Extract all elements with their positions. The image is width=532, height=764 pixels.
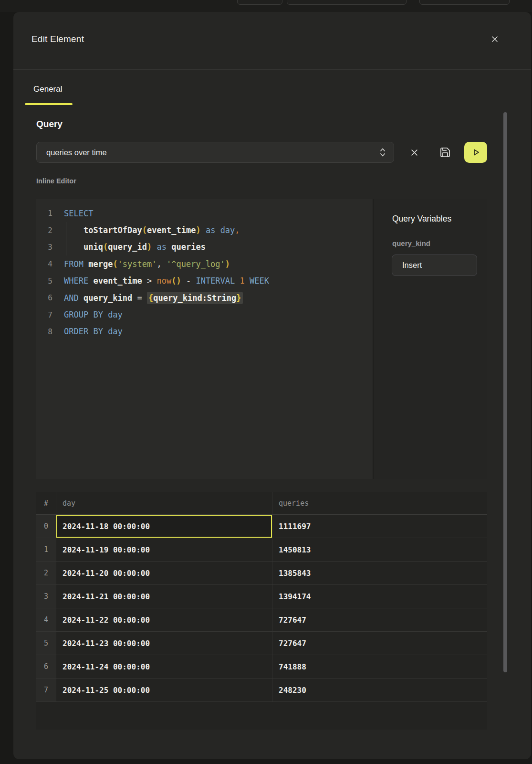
clear-query-button[interactable] — [407, 147, 421, 158]
row-index: 2 — [36, 562, 56, 584]
day-cell[interactable]: 2024-11-21 00:00:00 — [56, 585, 272, 608]
table-row: 62024-11-24 00:00:00741888 — [36, 655, 487, 679]
column-header-queries[interactable]: queries — [272, 492, 487, 514]
indent-guide — [66, 222, 66, 255]
table-row: 52024-11-23 00:00:00727647 — [36, 632, 487, 655]
day-cell[interactable]: 2024-11-23 00:00:00 — [56, 632, 272, 655]
code-text: uniq(query_id) as queries — [57, 242, 206, 252]
chevron-up-down-icon — [379, 147, 386, 158]
code-line: 8ORDER BY day — [36, 323, 373, 340]
line-number: 6 — [36, 293, 57, 302]
tab-active-indicator — [25, 103, 73, 105]
query-variables-title: Query Variables — [392, 214, 451, 224]
day-cell[interactable]: 2024-11-24 00:00:00 — [56, 655, 272, 678]
table-row: 22024-11-20 00:00:001385843 — [36, 562, 487, 585]
row-index: 3 — [36, 585, 56, 608]
code-line: 5WHERE event_time > now() - INTERVAL 1 W… — [36, 273, 373, 289]
code-editor-area[interactable]: 1SELECT2 toStartOfDay(event_time) as day… — [36, 199, 373, 479]
day-cell[interactable]: 2024-11-22 00:00:00 — [56, 608, 272, 631]
code-text: ORDER BY day — [57, 327, 123, 336]
code-line: 1SELECT — [36, 205, 373, 222]
code-line: 2 toStartOfDay(event_time) as day, — [36, 222, 373, 238]
queries-cell[interactable]: 1394174 — [272, 585, 487, 608]
code-text: toStartOfDay(event_time) as day, — [57, 225, 240, 235]
insert-variable-button[interactable]: Insert — [392, 255, 477, 276]
row-index: 4 — [36, 608, 56, 631]
queries-cell[interactable]: 727647 — [272, 632, 487, 655]
day-cell[interactable]: 2024-11-19 00:00:00 — [56, 538, 272, 561]
app-topbar — [0, 0, 532, 12]
variable-name-label: query_kind — [392, 239, 430, 247]
row-index: 7 — [36, 679, 56, 701]
queries-cell[interactable]: 727647 — [272, 608, 487, 631]
row-index: 1 — [36, 538, 56, 561]
code-line: 6AND query_kind = {query_kind:String} — [36, 289, 373, 306]
topbar-button[interactable] — [287, 0, 407, 5]
line-number: 4 — [36, 259, 57, 268]
row-index: 0 — [36, 515, 56, 538]
column-header-index: # — [36, 492, 56, 514]
code-text: SELECT — [57, 209, 93, 218]
clear-x-icon — [411, 149, 418, 156]
query-select[interactable]: queries over time — [36, 142, 394, 163]
code-text: GROUP BY day — [57, 310, 123, 319]
table-row: 32024-11-21 00:00:001394174 — [36, 585, 487, 608]
query-results-table: #dayqueries02024-11-18 00:00:00111169712… — [36, 492, 487, 730]
query-section-heading: Query — [36, 119, 63, 129]
day-cell[interactable]: 2024-11-25 00:00:00 — [56, 679, 272, 701]
code-text: FROM merge('system', '^query_log') — [57, 259, 230, 269]
row-index: 5 — [36, 632, 56, 655]
save-floppy-icon — [439, 147, 451, 158]
inline-editor-label: Inline Editor — [36, 177, 76, 185]
topbar-button[interactable] — [237, 0, 282, 5]
query-select-value: queries over time — [46, 148, 379, 157]
close-x-glyph — [491, 36, 498, 42]
header-divider — [13, 69, 531, 70]
edit-element-dialog: Edit Element General Query queries over … — [13, 12, 531, 759]
day-cell[interactable]: 2024-11-20 00:00:00 — [56, 562, 272, 584]
row-index: 6 — [36, 655, 56, 678]
close-icon[interactable] — [489, 33, 501, 45]
code-text: WHERE event_time > now() - INTERVAL 1 WE… — [57, 276, 269, 286]
line-number: 3 — [36, 243, 57, 252]
table-row: 02024-11-18 00:00:001111697 — [36, 515, 487, 538]
code-text: AND query_kind = {query_kind:String} — [57, 293, 243, 303]
scrollbar-thumb[interactable] — [503, 112, 507, 672]
column-header-day[interactable]: day — [56, 492, 272, 514]
dialog-title: Edit Element — [31, 34, 84, 44]
tab-general[interactable]: General — [33, 85, 62, 94]
queries-cell[interactable]: 1111697 — [272, 515, 487, 538]
queries-cell[interactable]: 1385843 — [272, 562, 487, 584]
save-query-button[interactable] — [438, 146, 452, 159]
table-row: 42024-11-22 00:00:00727647 — [36, 608, 487, 632]
play-icon — [470, 147, 481, 158]
query-variables-panel: Query Variables query_kind Insert — [373, 199, 487, 479]
table-header-row: #dayqueries — [36, 492, 487, 515]
line-number: 2 — [36, 226, 57, 235]
code-line: 4FROM merge('system', '^query_log') — [36, 255, 373, 272]
line-number: 8 — [36, 327, 57, 336]
sql-editor: 1SELECT2 toStartOfDay(event_time) as day… — [36, 199, 487, 479]
selected-cell[interactable]: 2024-11-18 00:00:00 — [56, 515, 272, 538]
topbar-button[interactable] — [419, 0, 510, 5]
line-number: 7 — [36, 310, 57, 319]
line-number: 1 — [36, 209, 57, 218]
code-line: 3 uniq(query_id) as queries — [36, 239, 373, 255]
queries-cell[interactable]: 1450813 — [272, 538, 487, 561]
run-query-button[interactable] — [464, 142, 487, 163]
queries-cell[interactable]: 248230 — [272, 679, 487, 701]
code-line: 7GROUP BY day — [36, 306, 373, 323]
queries-cell[interactable]: 741888 — [272, 655, 487, 678]
table-row: 12024-11-19 00:00:001450813 — [36, 538, 487, 562]
table-row: 72024-11-25 00:00:00248230 — [36, 679, 487, 702]
line-number: 5 — [36, 276, 57, 286]
